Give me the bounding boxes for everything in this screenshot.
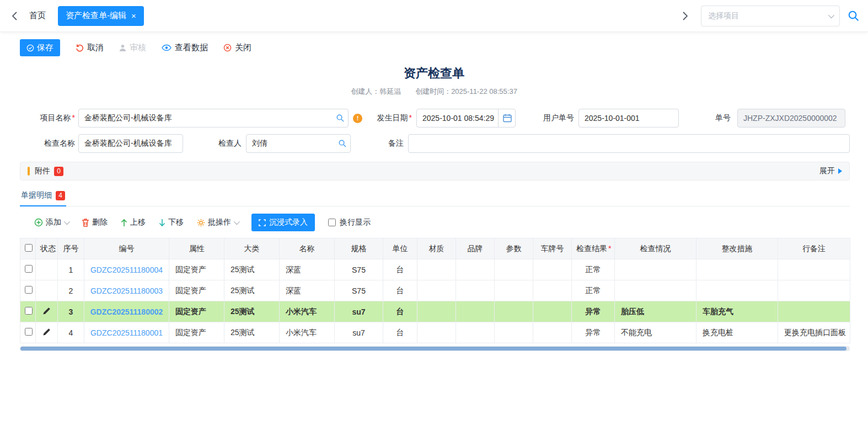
- measure-cell: [696, 259, 778, 280]
- edit-pencil-icon[interactable]: [42, 328, 51, 336]
- scrollbar-thumb[interactable]: [20, 347, 846, 351]
- delete-button[interactable]: 删除: [82, 217, 108, 227]
- category-cell: 25测试: [224, 322, 280, 343]
- immersive-label: 沉浸式录入: [269, 217, 308, 227]
- wrap-display-checkbox[interactable]: [328, 219, 336, 226]
- code-link[interactable]: GDZC202511180003: [90, 286, 163, 295]
- material-cell: [417, 322, 456, 343]
- code-link[interactable]: GDZC202511180002: [90, 307, 163, 316]
- tabs-scroll-left-icon[interactable]: [9, 9, 20, 23]
- table-row[interactable]: 2 GDZC202511180003 固定资产 25测试 深蓝 S75 台 正常: [20, 280, 850, 301]
- row-remark-cell: 更换充电插口面板: [778, 322, 850, 343]
- edit-pencil-icon[interactable]: [42, 307, 51, 315]
- warning-icon[interactable]: [353, 114, 362, 123]
- select-all-checkbox[interactable]: [25, 244, 33, 252]
- brand-cell: [456, 322, 495, 343]
- col-measure: 整改措施: [696, 238, 778, 259]
- table-row[interactable]: 1 GDZC202511180004 固定资产 25测试 深蓝 S75 台 正常: [20, 259, 850, 280]
- tab-home[interactable]: 首页: [29, 10, 46, 21]
- row-checkbox[interactable]: [25, 307, 33, 315]
- batch-operation-button[interactable]: 批操作: [197, 217, 238, 227]
- calendar-icon[interactable]: [498, 109, 516, 128]
- wrap-display-label: 换行显示: [340, 217, 371, 227]
- occur-date-label: 发生日期*: [366, 113, 412, 123]
- search-icon[interactable]: [338, 139, 346, 147]
- name-cell: 小米汽车: [280, 322, 335, 343]
- audit-button[interactable]: 审核: [119, 43, 146, 53]
- form: 项目名称* 发生日期* 用户单号 单号 检查名称 检查人: [0, 109, 868, 153]
- page-title: 资产检查单: [0, 65, 868, 82]
- code-link[interactable]: GDZC202511180001: [90, 328, 163, 337]
- param-cell: [495, 280, 533, 301]
- audit-label: 审核: [130, 43, 146, 53]
- unit-cell: 台: [383, 301, 417, 322]
- move-up-label: 上移: [130, 217, 146, 227]
- project-name-input[interactable]: [78, 109, 349, 128]
- col-category: 大类: [224, 238, 280, 259]
- topbar: 首页 资产检查单-编辑 × 选择项目: [0, 0, 868, 32]
- measure-cell: 换充电桩: [696, 322, 778, 343]
- plus-circle-icon: [34, 218, 43, 227]
- col-status: 状态: [36, 238, 58, 259]
- save-button[interactable]: 保存: [20, 39, 60, 56]
- cancel-button[interactable]: 取消: [76, 43, 104, 53]
- plate-cell: [533, 322, 572, 343]
- close-button[interactable]: 关闭: [223, 43, 251, 53]
- move-down-button[interactable]: 下移: [159, 217, 184, 227]
- immersive-entry-button[interactable]: 沉浸式录入: [251, 214, 315, 231]
- row-checkbox[interactable]: [25, 328, 33, 336]
- spec-cell: S75: [335, 259, 383, 280]
- gear-icon: [197, 219, 205, 227]
- tab-close-icon[interactable]: ×: [131, 12, 136, 20]
- horizontal-scrollbar: [20, 346, 850, 351]
- table-row[interactable]: 4 GDZC202511180001 固定资产 25测试 小米汽车 su7 台 …: [20, 322, 850, 343]
- action-toolbar: 保存 取消 审核 查看数据 关闭: [0, 32, 868, 60]
- tabs-scroll-right-icon[interactable]: [679, 9, 691, 23]
- result-cell: 异常: [572, 322, 615, 343]
- situation-cell: [615, 259, 696, 280]
- plate-cell: [533, 280, 572, 301]
- remark-label: 备注: [371, 139, 404, 148]
- col-plate: 车牌号: [533, 238, 572, 259]
- checker-input[interactable]: [246, 134, 351, 153]
- add-button[interactable]: 添加: [34, 217, 68, 227]
- move-up-button[interactable]: 上移: [121, 217, 146, 227]
- code-cell: GDZC202511180004: [84, 259, 169, 280]
- row-checkbox[interactable]: [25, 286, 33, 294]
- code-cell: GDZC202511180001: [84, 322, 169, 343]
- grid-toolbar: 添加 删除 上移 下移 批操作 沉浸式录入 换行显示: [34, 214, 868, 231]
- project-select[interactable]: 选择项目: [701, 6, 840, 26]
- name-cell: 小米汽车: [280, 301, 335, 322]
- user-no-input[interactable]: [578, 109, 679, 128]
- seq-cell: 2: [58, 280, 84, 301]
- created-label: 创建时间：: [415, 87, 451, 95]
- search-icon[interactable]: [336, 114, 344, 122]
- wrap-display-toggle[interactable]: 换行显示: [328, 217, 371, 227]
- spec-cell: S75: [335, 280, 383, 301]
- spec-cell: su7: [335, 301, 383, 322]
- name-cell: 深蓝: [280, 259, 335, 280]
- row-checkbox[interactable]: [25, 265, 33, 273]
- close-label: 关闭: [235, 43, 251, 53]
- table-header-row: 状态 序号 编号 属性 大类 名称 规格 单位 材质 品牌 参数 车牌号 检查结…: [20, 238, 850, 259]
- detail-table: 状态 序号 编号 属性 大类 名称 规格 单位 材质 品牌 参数 车牌号 检查结…: [20, 238, 850, 343]
- trash-icon: [82, 218, 89, 227]
- chevron-down-icon: [234, 219, 240, 225]
- code-cell: GDZC202511180003: [84, 280, 169, 301]
- tab-detail[interactable]: 单据明细 4: [20, 190, 66, 206]
- expand-button[interactable]: 展开: [819, 166, 842, 176]
- tab-asset-inspection-edit[interactable]: 资产检查单-编辑 ×: [58, 6, 144, 26]
- form-row-1: 项目名称* 发生日期* 用户单号 单号: [20, 109, 850, 128]
- view-data-button[interactable]: 查看数据: [162, 43, 208, 53]
- unit-cell: 台: [383, 259, 417, 280]
- check-name-input[interactable]: [78, 134, 183, 153]
- remark-input[interactable]: [408, 134, 850, 153]
- code-link[interactable]: GDZC202511180004: [90, 266, 163, 274]
- unit-cell: 台: [383, 280, 417, 301]
- fullscreen-corners-icon: [259, 219, 266, 226]
- global-search-icon[interactable]: [848, 10, 859, 22]
- brand-cell: [456, 259, 495, 280]
- table-row-selected[interactable]: 3 GDZC202511180002 固定资产 25测试 小米汽车 su7 台 …: [20, 301, 850, 322]
- user-no-label: 用户单号: [534, 113, 574, 123]
- category-cell: 25测试: [224, 259, 280, 280]
